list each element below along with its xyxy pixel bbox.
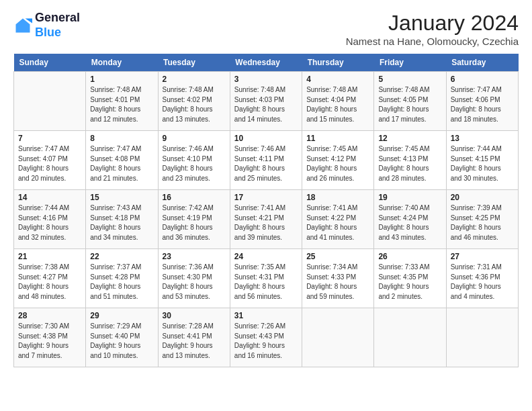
calendar-header-row: SundayMondayTuesdayWednesdayThursdayFrid… <box>14 54 519 72</box>
calendar-cell: 2Sunrise: 7:48 AM Sunset: 4:02 PM Daylig… <box>158 72 230 131</box>
calendar-week-row: 21Sunrise: 7:38 AM Sunset: 4:27 PM Dayli… <box>14 249 519 308</box>
day-info: Sunrise: 7:45 AM Sunset: 4:12 PM Dayligh… <box>306 144 369 183</box>
day-info: Sunrise: 7:44 AM Sunset: 4:16 PM Dayligh… <box>18 203 81 242</box>
calendar-cell: 10Sunrise: 7:46 AM Sunset: 4:11 PM Dayli… <box>230 131 302 190</box>
day-info: Sunrise: 7:35 AM Sunset: 4:31 PM Dayligh… <box>234 263 298 302</box>
calendar-header-cell: Wednesday <box>230 54 302 72</box>
calendar-body: 1Sunrise: 7:48 AM Sunset: 4:01 PM Daylig… <box>14 72 519 367</box>
day-info: Sunrise: 7:41 AM Sunset: 4:21 PM Dayligh… <box>234 203 298 242</box>
calendar-header-cell: Monday <box>86 54 158 72</box>
calendar-cell: 4Sunrise: 7:48 AM Sunset: 4:04 PM Daylig… <box>302 72 374 131</box>
calendar-cell: 12Sunrise: 7:45 AM Sunset: 4:13 PM Dayli… <box>374 131 446 190</box>
day-number: 26 <box>378 252 441 261</box>
day-info: Sunrise: 7:34 AM Sunset: 4:33 PM Dayligh… <box>306 263 369 302</box>
day-info: Sunrise: 7:46 AM Sunset: 4:11 PM Dayligh… <box>234 144 298 183</box>
day-info: Sunrise: 7:43 AM Sunset: 4:18 PM Dayligh… <box>90 203 153 242</box>
calendar-cell: 26Sunrise: 7:33 AM Sunset: 4:35 PM Dayli… <box>374 249 446 308</box>
day-number: 9 <box>163 134 226 143</box>
day-number: 3 <box>234 75 298 84</box>
day-info: Sunrise: 7:48 AM Sunset: 4:01 PM Dayligh… <box>90 85 153 124</box>
day-number: 8 <box>90 134 153 143</box>
calendar-cell: 25Sunrise: 7:34 AM Sunset: 4:33 PM Dayli… <box>302 249 374 308</box>
day-info: Sunrise: 7:44 AM Sunset: 4:15 PM Dayligh… <box>451 144 514 183</box>
calendar-cell: 16Sunrise: 7:42 AM Sunset: 4:19 PM Dayli… <box>158 190 230 249</box>
calendar-cell: 11Sunrise: 7:45 AM Sunset: 4:12 PM Dayli… <box>302 131 374 190</box>
calendar-week-row: 14Sunrise: 7:44 AM Sunset: 4:16 PM Dayli… <box>14 190 519 249</box>
calendar-cell: 23Sunrise: 7:36 AM Sunset: 4:30 PM Dayli… <box>158 249 230 308</box>
calendar-week-row: 1Sunrise: 7:48 AM Sunset: 4:01 PM Daylig… <box>14 72 519 131</box>
calendar-header-cell: Sunday <box>14 54 86 72</box>
day-number: 18 <box>306 193 369 202</box>
day-info: Sunrise: 7:41 AM Sunset: 4:22 PM Dayligh… <box>306 203 369 242</box>
calendar-cell: 17Sunrise: 7:41 AM Sunset: 4:21 PM Dayli… <box>230 190 302 249</box>
day-info: Sunrise: 7:42 AM Sunset: 4:19 PM Dayligh… <box>163 203 226 242</box>
calendar-table: SundayMondayTuesdayWednesdayThursdayFrid… <box>13 54 519 367</box>
calendar-cell: 27Sunrise: 7:31 AM Sunset: 4:36 PM Dayli… <box>446 249 518 308</box>
day-number: 25 <box>306 252 369 261</box>
calendar-cell: 21Sunrise: 7:38 AM Sunset: 4:27 PM Dayli… <box>14 249 86 308</box>
calendar-cell: 22Sunrise: 7:37 AM Sunset: 4:28 PM Dayli… <box>86 249 158 308</box>
day-info: Sunrise: 7:39 AM Sunset: 4:25 PM Dayligh… <box>451 203 514 242</box>
day-number: 5 <box>378 75 441 84</box>
day-info: Sunrise: 7:48 AM Sunset: 4:04 PM Dayligh… <box>306 85 369 124</box>
day-info: Sunrise: 7:48 AM Sunset: 4:03 PM Dayligh… <box>234 85 298 124</box>
calendar-cell: 6Sunrise: 7:47 AM Sunset: 4:06 PM Daylig… <box>446 72 518 131</box>
day-info: Sunrise: 7:46 AM Sunset: 4:10 PM Dayligh… <box>163 144 226 183</box>
svg-marker-0 <box>16 18 30 32</box>
day-info: Sunrise: 7:36 AM Sunset: 4:30 PM Dayligh… <box>163 263 226 302</box>
day-number: 13 <box>451 134 514 143</box>
calendar-cell <box>446 308 518 367</box>
calendar-header-cell: Saturday <box>446 54 518 72</box>
day-number: 10 <box>234 134 298 143</box>
calendar-cell: 30Sunrise: 7:28 AM Sunset: 4:41 PM Dayli… <box>158 308 230 367</box>
title-block: January 2024 Namest na Hane, Olomoucky, … <box>346 11 519 47</box>
day-number: 23 <box>163 252 226 261</box>
day-number: 27 <box>451 252 514 261</box>
calendar-cell <box>14 72 86 131</box>
calendar-cell: 24Sunrise: 7:35 AM Sunset: 4:31 PM Dayli… <box>230 249 302 308</box>
calendar-cell <box>302 308 374 367</box>
calendar-cell: 1Sunrise: 7:48 AM Sunset: 4:01 PM Daylig… <box>86 72 158 131</box>
calendar-cell: 14Sunrise: 7:44 AM Sunset: 4:16 PM Dayli… <box>14 190 86 249</box>
day-info: Sunrise: 7:38 AM Sunset: 4:27 PM Dayligh… <box>18 263 81 302</box>
day-number: 11 <box>306 134 369 143</box>
day-number: 4 <box>306 75 369 84</box>
calendar-cell: 28Sunrise: 7:30 AM Sunset: 4:38 PM Dayli… <box>14 308 86 367</box>
calendar-cell: 19Sunrise: 7:40 AM Sunset: 4:24 PM Dayli… <box>374 190 446 249</box>
day-info: Sunrise: 7:40 AM Sunset: 4:24 PM Dayligh… <box>378 203 441 242</box>
calendar-cell <box>374 308 446 367</box>
day-number: 21 <box>18 252 81 261</box>
day-number: 22 <box>90 252 153 261</box>
day-info: Sunrise: 7:30 AM Sunset: 4:38 PM Dayligh… <box>18 322 81 361</box>
calendar-header-cell: Friday <box>374 54 446 72</box>
day-number: 24 <box>234 252 298 261</box>
logo-icon <box>13 16 32 35</box>
day-number: 14 <box>18 193 81 202</box>
calendar-cell: 15Sunrise: 7:43 AM Sunset: 4:18 PM Dayli… <box>86 190 158 249</box>
day-number: 6 <box>451 75 514 84</box>
calendar-cell: 18Sunrise: 7:41 AM Sunset: 4:22 PM Dayli… <box>302 190 374 249</box>
subtitle: Namest na Hane, Olomoucky, Czechia <box>346 36 519 47</box>
calendar-header-cell: Thursday <box>302 54 374 72</box>
calendar-week-row: 7Sunrise: 7:47 AM Sunset: 4:07 PM Daylig… <box>14 131 519 190</box>
calendar-cell: 31Sunrise: 7:26 AM Sunset: 4:43 PM Dayli… <box>230 308 302 367</box>
day-info: Sunrise: 7:37 AM Sunset: 4:28 PM Dayligh… <box>90 263 153 302</box>
day-info: Sunrise: 7:31 AM Sunset: 4:36 PM Dayligh… <box>451 263 514 302</box>
day-number: 29 <box>90 311 153 320</box>
day-info: Sunrise: 7:45 AM Sunset: 4:13 PM Dayligh… <box>378 144 441 183</box>
day-info: Sunrise: 7:47 AM Sunset: 4:08 PM Dayligh… <box>90 144 153 183</box>
day-number: 30 <box>163 311 226 320</box>
day-number: 1 <box>90 75 153 84</box>
calendar-cell: 29Sunrise: 7:29 AM Sunset: 4:40 PM Dayli… <box>86 308 158 367</box>
day-number: 17 <box>234 193 298 202</box>
main-title: January 2024 <box>346 11 519 36</box>
calendar-cell: 7Sunrise: 7:47 AM Sunset: 4:07 PM Daylig… <box>14 131 86 190</box>
day-number: 15 <box>90 193 153 202</box>
calendar-cell: 8Sunrise: 7:47 AM Sunset: 4:08 PM Daylig… <box>86 131 158 190</box>
calendar-week-row: 28Sunrise: 7:30 AM Sunset: 4:38 PM Dayli… <box>14 308 519 367</box>
logo-text: General Blue <box>35 11 80 40</box>
day-info: Sunrise: 7:48 AM Sunset: 4:05 PM Dayligh… <box>378 85 441 124</box>
day-number: 28 <box>18 311 81 320</box>
day-info: Sunrise: 7:33 AM Sunset: 4:35 PM Dayligh… <box>378 263 441 302</box>
day-info: Sunrise: 7:47 AM Sunset: 4:07 PM Dayligh… <box>18 144 81 183</box>
